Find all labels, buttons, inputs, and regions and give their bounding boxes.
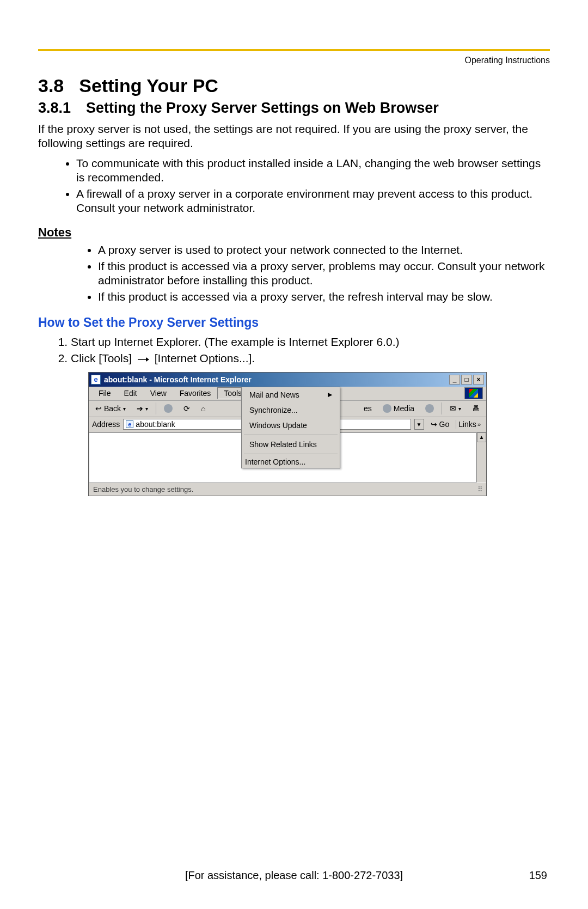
titlebar[interactable]: e about:blank - Microsoft Internet Explo… <box>89 373 486 387</box>
ie-app-icon: e <box>91 375 101 385</box>
section-number: 3.8 <box>38 75 64 96</box>
print-icon: 🖶 <box>472 404 480 413</box>
submenu-arrow-icon: ▶ <box>328 391 332 398</box>
scroll-up-button[interactable]: ▲ <box>477 432 486 442</box>
toolbar-separator <box>156 402 156 414</box>
dropdown-item-mail[interactable]: Mail and News ▶ <box>242 387 340 402</box>
forward-arrow-icon: ➔ <box>137 404 143 413</box>
vertical-scrollbar[interactable]: ▲ <box>476 432 486 483</box>
chevron-right-icon: » <box>477 421 481 428</box>
favorites-button-partial[interactable]: es <box>360 403 375 414</box>
mail-icon: ✉ <box>450 404 456 413</box>
section-title: 3.8Setting Your PC <box>38 75 550 96</box>
ie-brand-icon <box>464 387 483 399</box>
refresh-icon: ⟳ <box>183 404 190 413</box>
menu-favorites[interactable]: Favorites <box>173 387 218 399</box>
menu-edit[interactable]: Edit <box>118 387 144 399</box>
step-text-suffix: [Internet Options...]. <box>155 352 255 364</box>
bullet-item: To communicate with this product install… <box>76 156 550 185</box>
section-title-text: Setting Your PC <box>79 75 218 96</box>
step-text-prefix: Click [Tools] <box>71 352 132 364</box>
page-icon: e <box>126 420 133 428</box>
forward-button[interactable]: ➔ ▾ <box>133 403 151 414</box>
stop-button[interactable] <box>161 403 176 414</box>
ie-window: e about:blank - Microsoft Internet Explo… <box>88 372 487 496</box>
dropdown-item-synchronize[interactable]: Synchronize... <box>242 402 340 418</box>
intro-bullets: To communicate with this product install… <box>38 156 550 216</box>
back-button[interactable]: ↩ Back ▾ <box>92 403 129 414</box>
media-icon <box>383 404 391 413</box>
page-footer: [For assistance, please call: 1-800-272-… <box>0 869 588 882</box>
minimize-button[interactable]: _ <box>449 375 460 385</box>
menu-view[interactable]: View <box>144 387 173 399</box>
home-icon: ⌂ <box>201 404 205 413</box>
page-number: 159 <box>529 869 547 882</box>
note-item: If this product is accessed via a proxy … <box>98 259 550 288</box>
subsection-number: 3.8.1 <box>38 100 71 117</box>
back-arrow-icon: ↩ <box>95 404 102 413</box>
go-label: Go <box>439 420 450 429</box>
media-button[interactable]: Media <box>379 403 418 414</box>
dropdown-item-related-links[interactable]: Show Related Links <box>242 437 340 452</box>
print-button[interactable]: 🖶 <box>469 403 483 414</box>
highlighted-option: Internet Options... <box>245 457 305 466</box>
refresh-button[interactable]: ⟳ <box>180 403 193 414</box>
step-text: Start up Internet Explorer. (The example… <box>71 335 399 348</box>
header-rule <box>38 49 550 51</box>
notes-heading: Notes <box>38 225 550 240</box>
mail-button[interactable]: ✉▾ <box>446 403 464 414</box>
dropdown-separator <box>244 435 338 435</box>
chevron-down-icon: ▾ <box>123 406 126 412</box>
intro-paragraph: If the proxy server is not used, the set… <box>38 122 550 151</box>
note-item: If this product is accessed via a proxy … <box>98 290 550 304</box>
resize-grip-icon[interactable]: ⠿ <box>477 485 482 493</box>
steps-list: Start up Internet Explorer. (The example… <box>38 335 550 365</box>
arrow-icon <box>137 352 149 365</box>
dropdown-label: Mail and News <box>249 391 299 399</box>
history-icon <box>425 404 434 413</box>
favorites-label-partial: es <box>364 404 372 413</box>
subsection-title-text: Setting the Proxy Server Settings on Web… <box>86 100 439 116</box>
dropdown-item-windows-update[interactable]: Windows Update <box>242 418 340 433</box>
step-item: Start up Internet Explorer. (The example… <box>71 335 550 349</box>
maximize-button[interactable]: □ <box>461 375 472 385</box>
chevron-down-icon: ▾ <box>145 406 148 412</box>
bullet-item: A firewall of a proxy server in a corpor… <box>76 187 550 216</box>
assistance-text: [For assistance, please call: 1-800-272-… <box>185 869 403 882</box>
window-title: about:blank - Microsoft Internet Explore… <box>104 375 449 384</box>
toolbar-separator <box>442 402 442 414</box>
header-doc-label: Operating Instructions <box>38 56 550 65</box>
scroll-track[interactable] <box>477 442 486 483</box>
status-text: Enables you to change settings. <box>93 485 193 493</box>
address-label: Address <box>92 420 120 429</box>
dropdown-separator <box>244 454 338 454</box>
dropdown-item-internet-options[interactable]: Internet Options... <box>242 456 340 468</box>
media-label: Media <box>394 404 414 413</box>
stop-icon <box>164 404 173 413</box>
history-button[interactable] <box>422 403 437 414</box>
menu-file[interactable]: File <box>92 387 118 399</box>
links-button[interactable]: Links » <box>456 420 483 429</box>
links-label: Links <box>458 420 476 429</box>
note-item: A proxy server is used to protect your n… <box>98 243 550 257</box>
subsection-title: 3.8.1Setting the Proxy Server Settings o… <box>38 100 550 117</box>
svg-marker-1 <box>146 357 149 362</box>
notes-list: A proxy server is used to protect your n… <box>38 243 550 304</box>
home-button[interactable]: ⌂ <box>198 403 209 414</box>
go-icon: ↪ <box>431 420 437 429</box>
go-button[interactable]: ↪ Go <box>427 420 453 429</box>
back-label: Back <box>104 404 121 413</box>
step-item: Click [Tools] [Internet Options...]. <box>71 352 550 365</box>
tools-dropdown: Mail and News ▶ Synchronize... Windows U… <box>241 387 340 468</box>
address-dropdown-button[interactable]: ▼ <box>414 419 424 430</box>
close-button[interactable]: × <box>473 375 484 385</box>
chevron-down-icon: ▾ <box>458 406 461 412</box>
howto-heading: How to Set the Proxy Server Settings <box>38 315 550 330</box>
statusbar: Enables you to change settings. ⠿ <box>89 483 486 496</box>
address-value: about:blank <box>136 420 175 429</box>
